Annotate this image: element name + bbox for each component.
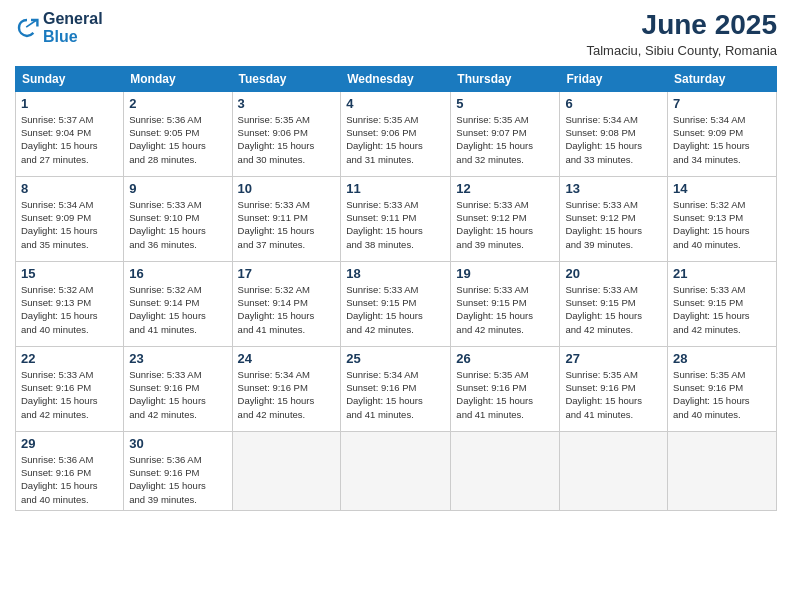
day-number: 15: [21, 266, 118, 281]
day-info: Sunrise: 5:33 AM Sunset: 9:15 PM Dayligh…: [346, 283, 445, 336]
day-number: 13: [565, 181, 662, 196]
day-number: 29: [21, 436, 118, 451]
day-info: Sunrise: 5:34 AM Sunset: 9:09 PM Dayligh…: [21, 198, 118, 251]
table-row: 3Sunrise: 5:35 AM Sunset: 9:06 PM Daylig…: [232, 91, 341, 176]
day-number: 11: [346, 181, 445, 196]
day-info: Sunrise: 5:32 AM Sunset: 9:13 PM Dayligh…: [673, 198, 771, 251]
table-row: 12Sunrise: 5:33 AM Sunset: 9:12 PM Dayli…: [451, 176, 560, 261]
day-number: 1: [21, 96, 118, 111]
table-row: [341, 431, 451, 510]
day-number: 27: [565, 351, 662, 366]
day-info: Sunrise: 5:35 AM Sunset: 9:06 PM Dayligh…: [346, 113, 445, 166]
table-row: 10Sunrise: 5:33 AM Sunset: 9:11 PM Dayli…: [232, 176, 341, 261]
day-number: 24: [238, 351, 336, 366]
table-row: 28Sunrise: 5:35 AM Sunset: 9:16 PM Dayli…: [668, 346, 777, 431]
day-number: 4: [346, 96, 445, 111]
day-info: Sunrise: 5:33 AM Sunset: 9:11 PM Dayligh…: [238, 198, 336, 251]
day-info: Sunrise: 5:33 AM Sunset: 9:10 PM Dayligh…: [129, 198, 226, 251]
day-number: 9: [129, 181, 226, 196]
day-number: 5: [456, 96, 554, 111]
month-title: June 2025: [586, 10, 777, 41]
header: General Blue June 2025 Talmaciu, Sibiu C…: [15, 10, 777, 58]
table-row: 7Sunrise: 5:34 AM Sunset: 9:09 PM Daylig…: [668, 91, 777, 176]
table-row: 27Sunrise: 5:35 AM Sunset: 9:16 PM Dayli…: [560, 346, 668, 431]
day-info: Sunrise: 5:33 AM Sunset: 9:12 PM Dayligh…: [456, 198, 554, 251]
day-info: Sunrise: 5:33 AM Sunset: 9:16 PM Dayligh…: [129, 368, 226, 421]
day-info: Sunrise: 5:33 AM Sunset: 9:16 PM Dayligh…: [21, 368, 118, 421]
day-info: Sunrise: 5:37 AM Sunset: 9:04 PM Dayligh…: [21, 113, 118, 166]
day-info: Sunrise: 5:36 AM Sunset: 9:05 PM Dayligh…: [129, 113, 226, 166]
header-saturday: Saturday: [668, 66, 777, 91]
day-number: 19: [456, 266, 554, 281]
table-row: 5Sunrise: 5:35 AM Sunset: 9:07 PM Daylig…: [451, 91, 560, 176]
table-row: 6Sunrise: 5:34 AM Sunset: 9:08 PM Daylig…: [560, 91, 668, 176]
day-info: Sunrise: 5:35 AM Sunset: 9:07 PM Dayligh…: [456, 113, 554, 166]
calendar-table: Sunday Monday Tuesday Wednesday Thursday…: [15, 66, 777, 511]
table-row: 17Sunrise: 5:32 AM Sunset: 9:14 PM Dayli…: [232, 261, 341, 346]
day-number: 25: [346, 351, 445, 366]
table-row: 23Sunrise: 5:33 AM Sunset: 9:16 PM Dayli…: [124, 346, 232, 431]
table-row: 25Sunrise: 5:34 AM Sunset: 9:16 PM Dayli…: [341, 346, 451, 431]
day-info: Sunrise: 5:36 AM Sunset: 9:16 PM Dayligh…: [21, 453, 118, 506]
day-number: 18: [346, 266, 445, 281]
day-info: Sunrise: 5:32 AM Sunset: 9:14 PM Dayligh…: [238, 283, 336, 336]
day-info: Sunrise: 5:33 AM Sunset: 9:11 PM Dayligh…: [346, 198, 445, 251]
day-number: 10: [238, 181, 336, 196]
day-info: Sunrise: 5:35 AM Sunset: 9:16 PM Dayligh…: [673, 368, 771, 421]
table-row: 2Sunrise: 5:36 AM Sunset: 9:05 PM Daylig…: [124, 91, 232, 176]
logo-icon: [15, 16, 39, 40]
table-row: 15Sunrise: 5:32 AM Sunset: 9:13 PM Dayli…: [16, 261, 124, 346]
day-number: 16: [129, 266, 226, 281]
day-number: 14: [673, 181, 771, 196]
table-row: 19Sunrise: 5:33 AM Sunset: 9:15 PM Dayli…: [451, 261, 560, 346]
day-info: Sunrise: 5:33 AM Sunset: 9:15 PM Dayligh…: [565, 283, 662, 336]
day-info: Sunrise: 5:34 AM Sunset: 9:16 PM Dayligh…: [238, 368, 336, 421]
day-number: 30: [129, 436, 226, 451]
table-row: 30Sunrise: 5:36 AM Sunset: 9:16 PM Dayli…: [124, 431, 232, 510]
day-number: 6: [565, 96, 662, 111]
table-row: [451, 431, 560, 510]
day-info: Sunrise: 5:36 AM Sunset: 9:16 PM Dayligh…: [129, 453, 226, 506]
day-info: Sunrise: 5:35 AM Sunset: 9:16 PM Dayligh…: [565, 368, 662, 421]
logo-text: General Blue: [43, 10, 103, 45]
table-row: 18Sunrise: 5:33 AM Sunset: 9:15 PM Dayli…: [341, 261, 451, 346]
table-row: 14Sunrise: 5:32 AM Sunset: 9:13 PM Dayli…: [668, 176, 777, 261]
table-row: 21Sunrise: 5:33 AM Sunset: 9:15 PM Dayli…: [668, 261, 777, 346]
header-friday: Friday: [560, 66, 668, 91]
day-number: 12: [456, 181, 554, 196]
day-info: Sunrise: 5:34 AM Sunset: 9:08 PM Dayligh…: [565, 113, 662, 166]
table-row: [560, 431, 668, 510]
table-row: 16Sunrise: 5:32 AM Sunset: 9:14 PM Dayli…: [124, 261, 232, 346]
table-row: 22Sunrise: 5:33 AM Sunset: 9:16 PM Dayli…: [16, 346, 124, 431]
title-block: June 2025 Talmaciu, Sibiu County, Romani…: [586, 10, 777, 58]
table-row: 1Sunrise: 5:37 AM Sunset: 9:04 PM Daylig…: [16, 91, 124, 176]
table-row: 8Sunrise: 5:34 AM Sunset: 9:09 PM Daylig…: [16, 176, 124, 261]
day-number: 3: [238, 96, 336, 111]
day-number: 2: [129, 96, 226, 111]
day-number: 26: [456, 351, 554, 366]
header-monday: Monday: [124, 66, 232, 91]
day-number: 22: [21, 351, 118, 366]
table-row: 24Sunrise: 5:34 AM Sunset: 9:16 PM Dayli…: [232, 346, 341, 431]
table-row: 20Sunrise: 5:33 AM Sunset: 9:15 PM Dayli…: [560, 261, 668, 346]
logo: General Blue: [15, 10, 103, 45]
weekday-header-row: Sunday Monday Tuesday Wednesday Thursday…: [16, 66, 777, 91]
day-info: Sunrise: 5:34 AM Sunset: 9:16 PM Dayligh…: [346, 368, 445, 421]
location: Talmaciu, Sibiu County, Romania: [586, 43, 777, 58]
day-info: Sunrise: 5:34 AM Sunset: 9:09 PM Dayligh…: [673, 113, 771, 166]
table-row: 26Sunrise: 5:35 AM Sunset: 9:16 PM Dayli…: [451, 346, 560, 431]
day-info: Sunrise: 5:33 AM Sunset: 9:15 PM Dayligh…: [673, 283, 771, 336]
day-info: Sunrise: 5:32 AM Sunset: 9:13 PM Dayligh…: [21, 283, 118, 336]
header-thursday: Thursday: [451, 66, 560, 91]
day-number: 17: [238, 266, 336, 281]
header-tuesday: Tuesday: [232, 66, 341, 91]
table-row: [668, 431, 777, 510]
day-number: 8: [21, 181, 118, 196]
day-number: 7: [673, 96, 771, 111]
day-number: 20: [565, 266, 662, 281]
table-row: 29Sunrise: 5:36 AM Sunset: 9:16 PM Dayli…: [16, 431, 124, 510]
day-number: 23: [129, 351, 226, 366]
day-info: Sunrise: 5:33 AM Sunset: 9:12 PM Dayligh…: [565, 198, 662, 251]
table-row: 13Sunrise: 5:33 AM Sunset: 9:12 PM Dayli…: [560, 176, 668, 261]
day-number: 21: [673, 266, 771, 281]
